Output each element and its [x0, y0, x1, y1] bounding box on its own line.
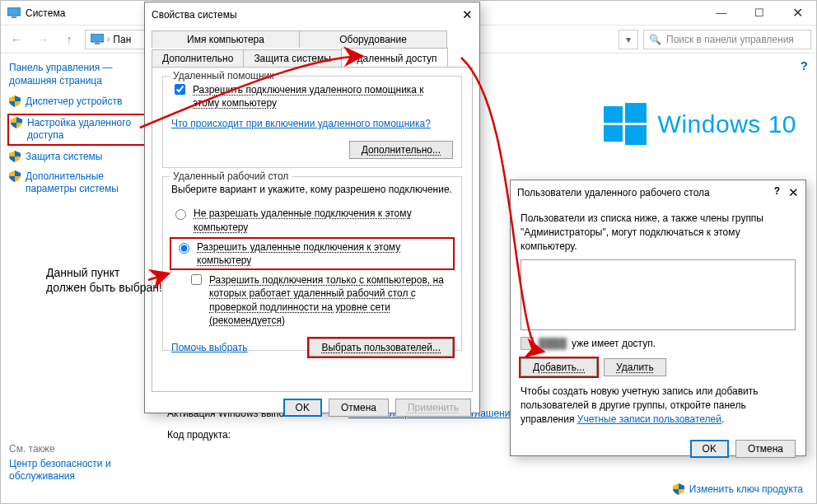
svg-rect-3: [95, 43, 100, 44]
advanced-system-settings-link[interactable]: Дополнительные параметры системы: [9, 170, 146, 196]
remote-desktop-group: Удаленный рабочий стол Выберите вариант …: [162, 176, 462, 351]
close-button[interactable]: ✕: [778, 1, 816, 26]
device-manager-link[interactable]: Диспетчер устройств: [9, 96, 146, 109]
help-icon[interactable]: ?: [801, 58, 808, 72]
shield-icon: [9, 96, 21, 107]
remote-users-dialog: Пользователи удаленного рабочего стола ?…: [510, 180, 806, 456]
users-dialog-buttons: OK Отмена: [511, 433, 805, 464]
windows-brand-text: Windows 10: [658, 110, 796, 138]
product-code-label: Код продукта:: [167, 427, 231, 442]
see-also-heading: См. также: [9, 443, 146, 455]
system-title: Система: [26, 7, 65, 19]
remote-assist-legend: Удаленный помощник: [170, 70, 278, 82]
change-key-text: Изменить ключ продукта: [689, 483, 803, 495]
svg-rect-5: [625, 103, 647, 123]
choose-text: Выберите вариант и укажите, кому разреше…: [171, 184, 453, 195]
select-users-button[interactable]: Выбрать пользователей...: [309, 338, 453, 357]
chevron-right-icon: ›: [107, 35, 110, 44]
search-placeholder: Поиск в панели управления: [666, 34, 794, 45]
windows-brand: Windows 10: [604, 103, 796, 146]
up-button[interactable]: ↑: [58, 29, 80, 50]
minimize-button[interactable]: —: [703, 1, 740, 26]
ok-button[interactable]: OK: [690, 440, 729, 458]
what-happens-link[interactable]: Что происходит при включении удаленного …: [171, 118, 431, 129]
allow-remote-assist-checkbox[interactable]: Разрешить подключения удаленного помощни…: [171, 83, 453, 110]
apply-button: Применить: [395, 399, 471, 417]
remove-user-button[interactable]: Удалить: [604, 358, 666, 376]
allow-remote-label: Разрешить удаленные подключения к этому …: [197, 240, 450, 267]
nla-checkbox[interactable]: Разрешить подключения только с компьютер…: [188, 273, 453, 327]
forward-button[interactable]: →: [32, 29, 54, 50]
has-access-line: ████ уже имеет доступ.: [521, 337, 796, 350]
close-button[interactable]: ✕: [788, 185, 799, 200]
tab-strip: Имя компьютера Оборудование Дополнительн…: [152, 29, 473, 68]
svg-rect-6: [604, 125, 623, 142]
shield-icon: [9, 170, 21, 182]
help-button[interactable]: ?: [774, 185, 780, 200]
props-dialog-buttons: OK Отмена Применить: [145, 399, 471, 417]
has-access-text: уже имеет доступ.: [572, 338, 656, 349]
tab-protection[interactable]: Защита системы: [243, 49, 341, 67]
allow-remote-assist-input[interactable]: [175, 84, 185, 95]
users-intro-text: Пользователи из списка ниже, а также чле…: [521, 212, 796, 253]
remote-settings-link[interactable]: Настройка удаленного доступа: [9, 115, 146, 144]
windows-logo-icon: [604, 103, 647, 146]
disallow-remote-label: Не разрешать удаленные подключения к это…: [194, 207, 453, 233]
remote-tab-page: Удаленный помощник Разрешить подключения…: [152, 68, 473, 392]
nav-label: Защита системы: [26, 151, 102, 164]
tab-advanced[interactable]: Дополнительно: [152, 49, 244, 67]
system-icon: [7, 7, 21, 19]
users-listbox[interactable]: [521, 259, 796, 330]
address-text: Пан: [113, 34, 131, 45]
remote-assistance-group: Удаленный помощник Разрешить подключения…: [162, 76, 462, 168]
remote-desktop-legend: Удаленный рабочий стол: [170, 170, 292, 182]
cancel-button[interactable]: Отмена: [329, 399, 389, 417]
nav-label: Настройка удаленного доступа: [27, 117, 144, 142]
disallow-remote-input[interactable]: [175, 209, 186, 220]
control-panel-home-link[interactable]: Панель управления — домашняя страница: [9, 62, 146, 87]
svg-rect-7: [625, 125, 647, 145]
security-center-link[interactable]: Центр безопасности и обслуживания: [9, 458, 146, 483]
help-choose-link[interactable]: Помочь выбрать: [171, 342, 248, 353]
back-button[interactable]: ←: [6, 29, 27, 50]
close-button[interactable]: ✕: [462, 7, 473, 22]
svg-rect-1: [12, 16, 16, 18]
allow-remote-assist-label: Разрешить подключения удаленного помощни…: [193, 83, 453, 110]
search-box[interactable]: 🔍 Поиск в панели управления: [643, 30, 811, 49]
dropdown-button[interactable]: ▾: [619, 30, 638, 49]
tab-computer-name[interactable]: Имя компьютера: [152, 30, 300, 48]
nav-label: Дополнительные параметры системы: [26, 170, 146, 196]
search-icon: 🔍: [649, 34, 661, 45]
props-titlebar: Свойства системы ✕: [145, 2, 479, 27]
users-hint: Чтобы создать новую учетную запись или д…: [521, 385, 796, 426]
users-titlebar: Пользователи удаленного рабочего стола ?…: [511, 180, 805, 205]
window-controls: — ☐ ✕: [703, 1, 816, 26]
ok-button[interactable]: OK: [283, 399, 322, 417]
nav-label: Диспетчер устройств: [26, 96, 122, 109]
allow-remote-radio[interactable]: Разрешить удаленные подключения к этому …: [171, 239, 453, 268]
svg-rect-0: [7, 7, 21, 16]
remote-assist-advanced-button[interactable]: Дополнительно...: [349, 141, 453, 159]
cancel-button[interactable]: Отмена: [735, 440, 796, 458]
system-protection-link[interactable]: Защита системы: [9, 151, 146, 164]
users-title-text: Пользователи удаленного рабочего стола: [517, 187, 710, 198]
svg-rect-4: [604, 106, 623, 123]
monitor-icon: [91, 34, 104, 45]
shield-icon: [9, 151, 21, 162]
user-accounts-link[interactable]: Учетные записи пользователей: [577, 413, 721, 425]
nla-checkbox-label: Разрешить подключения только с компьютер…: [209, 273, 453, 327]
disallow-remote-radio[interactable]: Не разрешать удаленные подключения к это…: [171, 207, 453, 233]
maximize-button[interactable]: ☐: [740, 1, 778, 26]
change-product-key-link[interactable]: Изменить ключ продукта: [673, 483, 803, 495]
nla-checkbox-input[interactable]: [191, 274, 202, 285]
system-properties-dialog: Свойства системы ✕ Имя компьютера Оборуд…: [144, 2, 480, 413]
user-icon: [521, 337, 534, 350]
tab-remote[interactable]: Удаленный доступ: [341, 48, 448, 67]
annotation-text: Данный пункт должен быть выбран!: [46, 265, 162, 295]
tab-hardware[interactable]: Оборудование: [299, 30, 447, 48]
allow-remote-input[interactable]: [179, 243, 189, 254]
props-title: Свойства системы: [152, 9, 237, 21]
nav-label: Центр безопасности и обслуживания: [9, 458, 146, 483]
add-user-button[interactable]: Добавить...: [521, 358, 597, 376]
svg-rect-2: [91, 34, 104, 42]
